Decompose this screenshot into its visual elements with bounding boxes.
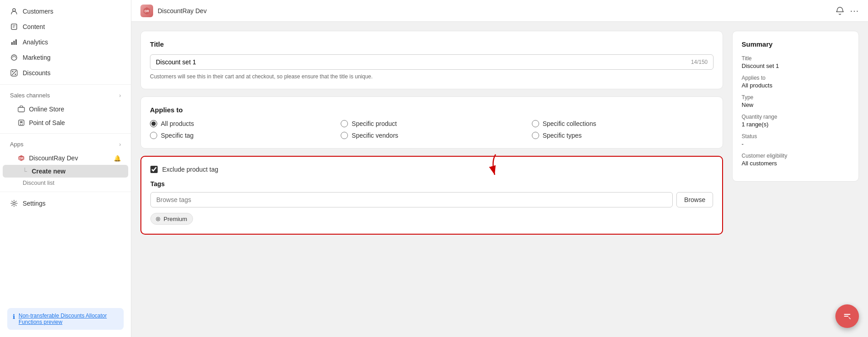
applies-to-options: All products Specific product Specific c… [150,120,714,139]
exclude-checkbox[interactable] [150,166,158,173]
radio-specific-tag-input[interactable] [150,132,157,139]
sidebar-item-discount-list[interactable]: Discount list [3,178,128,188]
radio-specific-types-input[interactable] [532,132,539,139]
svg-rect-1 [11,24,17,29]
summary-label-quantity-range: Quantity range [742,114,849,120]
pos-icon [17,119,25,127]
summary-label-type: Type [742,94,849,101]
radio-specific-vendors-input[interactable] [341,132,348,139]
topbar-actions: ··· [835,5,859,16]
sidebar-label-settings: Settings [23,200,46,207]
sidebar-item-customers[interactable]: Customers [3,4,128,19]
radio-specific-types-label: Specific types [543,132,582,139]
radio-specific-tag[interactable]: Specific tag [150,132,332,139]
svg-text:DR: DR [19,157,24,160]
non-transferable-link[interactable]: Non-transferable Discounts Allocator Fun… [19,313,107,325]
radio-specific-collections-label: Specific collections [543,120,596,127]
browse-button[interactable]: Browse [676,192,713,207]
sidebar-label-pos: Point of Sale [29,119,65,126]
sidebar-item-discountray[interactable]: DR DiscountRay Dev 🔔 [3,151,128,165]
summary-label-title: Title [742,55,849,62]
tag-chips: ⊗ Premium [150,213,713,225]
radio-specific-tag-label: Specific tag [161,132,193,139]
exclude-checkbox-row: Exclude product tag [150,166,713,173]
svg-rect-5 [14,41,15,45]
chat-icon [841,310,854,323]
sidebar-item-create-new[interactable]: └ Create new [3,165,128,178]
sales-channels-label: Sales channels [10,92,50,99]
main-content: Title 14/150 Customers will see this in … [140,31,723,328]
radio-specific-product-input[interactable] [341,120,348,127]
non-transferable-section: ℹ Non-transferable Discounts Allocator F… [0,304,131,333]
radio-specific-types[interactable]: Specific types [532,132,714,139]
svg-rect-16 [22,124,23,125]
title-input-wrapper: 14/150 [150,54,714,70]
svg-text:DR: DR [145,10,149,13]
online-store-icon [17,105,25,113]
svg-point-0 [13,9,15,11]
sidebar-label-marketing: Marketing [23,54,50,61]
tags-heading: Tags [150,180,713,188]
summary-title: Summary [742,40,849,48]
summary-value-quantity-range: 1 range(s) [742,121,849,128]
summary-value-type: New [742,101,849,108]
svg-rect-4 [11,42,13,45]
sidebar-label-discounts: Discounts [23,69,50,77]
svg-point-19 [13,202,15,205]
apps-chevron-icon: › [119,141,121,148]
sidebar-item-marketing[interactable]: Marketing [3,50,128,65]
sidebar: Customers Content Analytics Marketing Di… [0,0,131,337]
radio-specific-collections[interactable]: Specific collections [532,120,714,127]
sidebar-item-online-store[interactable]: Online Store [3,102,128,116]
main-area: DR DiscountRay Dev ··· Title 14/150 Cust… [131,0,868,337]
radio-all-products[interactable]: All products [150,120,332,127]
bell-icon: 🔔 [114,155,121,162]
tag-chip-label: Premium [164,216,187,222]
svg-point-9 [15,74,16,75]
browse-tags-input[interactable] [150,192,673,207]
summary-row-type: Type New [742,94,849,108]
title-input[interactable] [156,58,691,66]
topbar-bell-button[interactable] [835,6,844,15]
exclude-label: Exclude product tag [162,166,218,173]
svg-rect-15 [20,124,21,125]
apps-section: Apps › [0,137,131,151]
summary-row-title: Title Discount set 1 [742,55,849,69]
topbar-more-button[interactable]: ··· [850,5,859,16]
sidebar-item-analytics[interactable]: Analytics [3,34,128,50]
sidebar-label-content: Content [23,23,45,30]
content-area: Title 14/150 Customers will see this in … [131,22,868,337]
radio-specific-collections-input[interactable] [532,120,539,127]
svg-point-8 [12,71,14,72]
svg-point-7 [11,55,17,60]
sidebar-label-discount-list: Discount list [23,179,54,186]
radio-specific-vendors[interactable]: Specific vendors [341,132,522,139]
marketing-icon [10,53,18,62]
sidebar-label-analytics: Analytics [23,39,48,46]
sales-channels-chevron-icon: › [119,92,121,99]
tag-remove-icon: ⊗ [155,215,161,222]
customers-icon [10,7,18,15]
sidebar-item-point-of-sale[interactable]: Point of Sale [3,116,128,130]
summary-value-customer-eligibility: All customers [742,160,849,167]
sidebar-item-content[interactable]: Content [3,19,128,34]
summary-row-customer-eligibility: Customer eligibility All customers [742,153,849,167]
analytics-icon [10,38,18,46]
tag-chip-premium[interactable]: ⊗ Premium [150,213,193,225]
summary-value-applies-to: All products [742,82,849,89]
sales-channels-section: Sales channels › [0,88,131,102]
sidebar-item-discounts[interactable]: Discounts [3,65,128,81]
non-transferable-box: ℹ Non-transferable Discounts Allocator F… [7,308,124,330]
svg-rect-14 [20,121,23,123]
sidebar-label-create-new: Create new [32,168,66,175]
non-transferable-text: Non-transferable Discounts Allocator Fun… [19,313,118,325]
sidebar-item-settings[interactable]: Settings [3,196,128,211]
radio-all-products-label: All products [161,120,194,127]
sidebar-label-online-store: Online Store [29,106,64,113]
radio-all-products-input[interactable] [150,120,157,127]
radio-specific-product-label: Specific product [352,120,397,127]
radio-specific-product[interactable]: Specific product [341,120,522,127]
settings-icon [10,199,18,207]
chat-fab[interactable] [835,304,859,328]
summary-row-status: Status - [742,133,849,147]
